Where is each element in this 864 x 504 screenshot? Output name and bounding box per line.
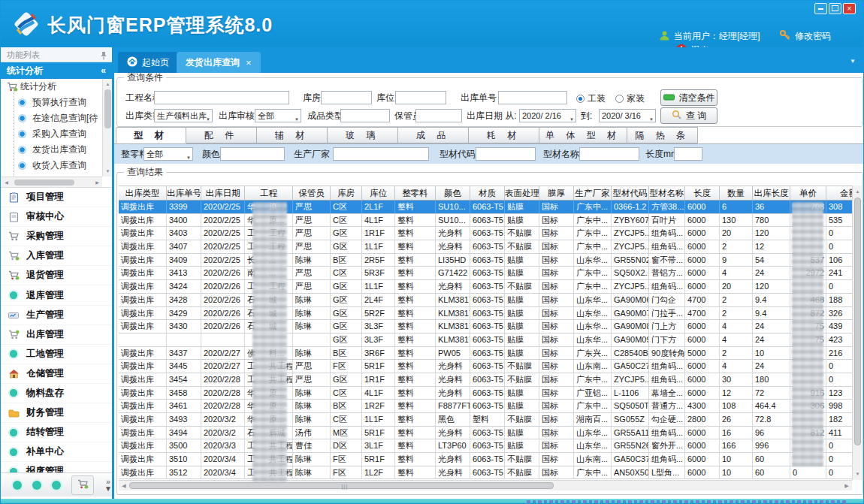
tree-item-0[interactable]: 预算执行查询 — [1, 95, 112, 110]
table-row[interactable]: 调拨出库34072020/2/25工工程严思G区1L1F整料光身料6063-T5… — [119, 240, 852, 254]
table-row[interactable]: 调拨出库34932020/3/2华原...陈琳C区1L1F整料黑色塑料不贴膜国标… — [119, 413, 852, 427]
tree-hscroll-thumb[interactable] — [14, 180, 74, 186]
scroll-left-icon[interactable]: ◀ — [119, 482, 128, 490]
sidebar-item-10[interactable]: 物料盘存 — [1, 384, 112, 403]
scroll-right-icon[interactable]: ▶ — [842, 482, 851, 490]
name-input[interactable] — [579, 147, 639, 161]
table-row[interactable]: 调拨出库34292020/2/26石城陈琳G区5R2F整料KLM38176063… — [119, 307, 852, 321]
column-header-0[interactable]: 出库类型 — [119, 186, 167, 200]
material-tab-5[interactable]: 耗 材 — [469, 127, 539, 143]
table-row[interactable]: 调拨出库34132020/2/26南...严思C区5R3F整料G71422606… — [119, 267, 852, 280]
scroll-right-icon[interactable]: ▶ — [92, 177, 102, 188]
material-tab-6[interactable]: 单 体 型 材 — [539, 127, 627, 143]
slot-input[interactable] — [395, 91, 446, 104]
column-header-6[interactable]: 库位 — [362, 186, 395, 200]
column-header-7[interactable]: 整零料 — [395, 186, 436, 200]
column-header-11[interactable]: 膜厚 — [539, 186, 574, 200]
grid-vertical-scrollbar[interactable]: ▲ ▼ — [852, 186, 862, 480]
scroll-down-icon[interactable]: ▼ — [103, 167, 113, 176]
table-row[interactable]: 调拨出库34092020/2/25长...陈琳B区2R5F整料LI35HD606… — [119, 254, 852, 267]
sidebar-item-9[interactable]: 仓储管理 — [1, 364, 112, 384]
material-tab-1[interactable]: 配 件 — [186, 127, 257, 143]
color-input[interactable] — [220, 147, 285, 161]
maximize-button[interactable] — [829, 3, 841, 14]
collapse-icon[interactable]: « — [101, 62, 106, 79]
column-header-14[interactable]: 型材名称 — [649, 186, 685, 200]
table-row[interactable]: 调拨出库34372020/2/27佛料...陈琳B区3R6F整料PW056063… — [119, 347, 852, 361]
column-header-12[interactable]: 生产厂家 — [574, 186, 612, 200]
tree-item-1[interactable]: 在途信息查询[待 — [1, 110, 112, 126]
table-row[interactable]: 调拨出库34612020/2/28华原...陈琳B区1R2F整料F8877FT6… — [119, 400, 852, 413]
column-header-13[interactable]: 型材代码 — [612, 186, 649, 200]
column-header-1[interactable]: 出库单号 — [167, 186, 201, 200]
clear-conditions-button[interactable]: 清空条件 — [660, 89, 717, 106]
tab-shipment-query[interactable]: 发货出库查询 × — [177, 52, 261, 73]
cart-shortcut-button[interactable] — [71, 475, 94, 495]
close-button[interactable]: × — [843, 3, 856, 14]
tree-item-2[interactable]: 采购入库查询 — [1, 126, 112, 142]
maker-input[interactable] — [333, 147, 429, 161]
tab-overflow-icon[interactable]: ▼ — [850, 58, 856, 65]
scroll-up-icon[interactable]: ▲ — [853, 187, 862, 196]
grid-horizontal-scrollbar[interactable]: ◀ ||| ▶ — [119, 480, 852, 490]
length-input[interactable] — [674, 147, 702, 161]
sidebar-item-6[interactable]: 生产管理 — [1, 306, 112, 325]
scroll-left-icon[interactable]: ◀ — [2, 177, 11, 188]
code-input[interactable] — [476, 147, 536, 161]
circle-icon[interactable] — [13, 481, 22, 490]
material-tab-2[interactable]: 辅 材 — [257, 127, 328, 143]
radio-jiazhuang[interactable]: 家装 — [615, 92, 645, 105]
product-type-input[interactable] — [340, 109, 390, 122]
column-header-16[interactable]: 数量 — [720, 186, 753, 200]
column-header-4[interactable]: 保管员 — [293, 186, 331, 200]
material-tab-0[interactable]: 型 材 — [116, 127, 186, 143]
keeper-input[interactable] — [415, 109, 462, 122]
table-row[interactable]: G区3L3F整料KLM38176063-T5贴膜国标山东华...GA90M09.… — [119, 333, 852, 347]
sidebar-item-8[interactable]: 工地管理 — [1, 345, 112, 364]
material-tab-4[interactable]: 成 品 — [398, 127, 469, 143]
sidebar-item-13[interactable]: 补单中心 — [1, 442, 112, 462]
table-row[interactable]: 调拨出库34242020/2/26工工程严思G区1L1F整料光身料6063-T5… — [119, 280, 852, 294]
table-row[interactable]: 调拨出库35102020/3/4工共工程陈琳F区5R1F整料光身料6063-T5… — [119, 453, 852, 466]
scroll-up-icon[interactable]: ▲ — [103, 80, 113, 89]
sidebar-item-1[interactable]: 审核中心 — [1, 207, 112, 227]
table-row[interactable]: 调拨出库34542020/2/28工共工程严思G区1R1F整料光身料6063-T… — [119, 373, 852, 387]
order-no-input[interactable] — [498, 91, 567, 104]
circle-icon[interactable] — [52, 481, 61, 490]
table-row[interactable]: 调拨出库35002020/3/3工共工程曹佳D区3L1F整料LT3P606063… — [119, 439, 852, 453]
warehouse-input[interactable] — [321, 91, 372, 104]
column-header-10[interactable]: 表面处理 — [505, 186, 539, 200]
column-header-18[interactable]: 单价 — [790, 186, 826, 200]
grid-hscroll-thumb[interactable]: ||| — [129, 482, 554, 489]
sidebar-item-7[interactable]: 出库管理 — [1, 325, 112, 345]
tree-vertical-scrollbar[interactable]: ▲ ▼ — [102, 79, 112, 177]
change-password-button[interactable]: 修改密码 — [779, 29, 831, 44]
sidebar-item-0[interactable]: 项目管理 — [1, 188, 112, 207]
table-row[interactable]: 调拨出库35122020/3/4工共工程陈琳F区1L2F整料光身料6063-T5… — [119, 466, 852, 480]
table-row[interactable]: 调拨出库33992020/2/25华原...严思C区2L1F整料SU10...6… — [119, 201, 852, 214]
more-chevron[interactable]: »▼ — [104, 478, 112, 492]
column-header-19[interactable]: 金额 — [826, 186, 852, 200]
table-row[interactable]: 调拨出库34032020/2/25工工程严思G区1R1F整料光身料6063-T5… — [119, 227, 852, 240]
table-row[interactable]: 调拨出库34002020/2/25华原...严思C区4L1F整料SU10...6… — [119, 214, 852, 228]
circle-icon[interactable] — [32, 481, 41, 490]
tree-root[interactable]: 统计分析 — [1, 79, 112, 95]
sidebar-item-4[interactable]: 退货管理 — [1, 266, 112, 285]
tree-vscroll-thumb[interactable] — [104, 89, 111, 128]
column-header-8[interactable]: 颜色 — [436, 186, 470, 200]
table-row[interactable]: 调拨出库34942020/3/2石辉城汤伟M区5R1F整料光身料6063-T5贴… — [119, 427, 852, 440]
radio-gongzhuang[interactable]: 工装 — [576, 92, 606, 105]
sidebar-item-11[interactable]: 财务管理 — [1, 403, 112, 423]
search-button[interactable]: 查 询 — [660, 107, 717, 124]
column-header-15[interactable]: 长度 — [685, 186, 720, 200]
sidebar-item-12[interactable]: 结转管理 — [1, 423, 112, 442]
table-row[interactable]: 调拨出库34582020/2/28华原...陈琳C区4L1F整料光身料6063-… — [119, 387, 852, 400]
table-row[interactable]: 调拨出库34302020/2/26石城陈琳G区3L3F整料KLM38176063… — [119, 320, 852, 333]
column-header-2[interactable]: 出库日期 — [201, 186, 245, 200]
material-tab-7[interactable]: 隔 热 条 — [627, 127, 698, 143]
date-to-picker[interactable]: 2020/ 3/16▼ — [599, 109, 656, 122]
column-header-3[interactable]: 工程 — [245, 186, 293, 200]
table-row[interactable]: 调拨出库34452020/2/27工共工程严思F区5R1F整料光身料6063-T… — [119, 360, 852, 373]
minimize-button[interactable] — [814, 3, 827, 14]
whole-select[interactable]: 全部▼ — [143, 147, 193, 161]
